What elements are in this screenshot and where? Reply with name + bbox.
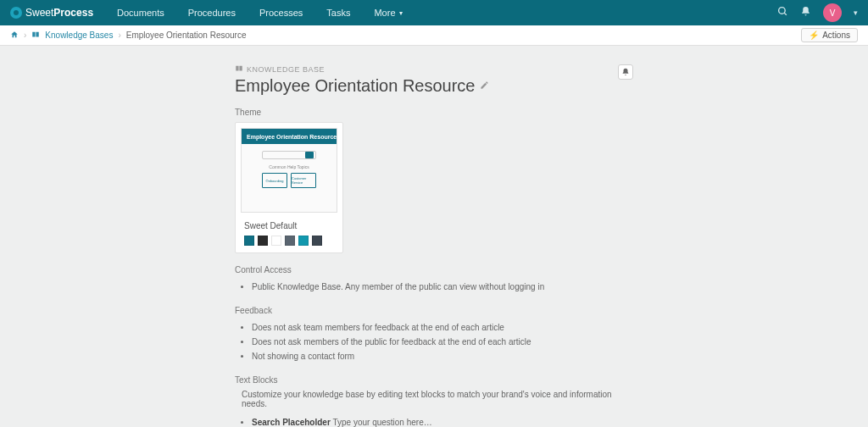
notifications-icon[interactable] xyxy=(800,6,811,19)
breadcrumb-bar: › Knowledge Bases › Employee Orientation… xyxy=(0,25,868,46)
book-icon xyxy=(31,30,40,41)
list-item: Does not ask team members for feedback a… xyxy=(252,320,633,335)
theme-preview: Employee Orientation Resource Common Hel… xyxy=(241,128,337,213)
nav-processes[interactable]: Processes xyxy=(259,8,303,18)
nav-more[interactable]: More▾ xyxy=(374,8,402,18)
theme-card[interactable]: Employee Orientation Resource Common Hel… xyxy=(235,122,343,253)
nav-procedures[interactable]: Procedures xyxy=(188,8,236,18)
list-item: Search Placeholder Type your question he… xyxy=(252,415,633,427)
chevron-down-icon: ▾ xyxy=(399,9,403,17)
breadcrumb-sep: › xyxy=(24,30,26,40)
section-access-label: Control Access xyxy=(235,265,633,274)
list-item: Does not ask members of the public for f… xyxy=(252,335,633,349)
swatch[interactable] xyxy=(244,236,254,246)
preview-heading: Common Help Topics xyxy=(250,164,328,169)
section-feedback-label: Feedback xyxy=(235,306,633,315)
search-icon[interactable] xyxy=(777,6,788,19)
section-theme-label: Theme xyxy=(235,108,633,117)
access-list: Public Knowledge Base. Any member of the… xyxy=(235,280,633,294)
swatch[interactable] xyxy=(271,236,281,246)
nav-tasks[interactable]: Tasks xyxy=(326,8,350,18)
preview-card: Customer Service xyxy=(292,176,315,185)
top-bar: SweetProcess Documents Procedures Proces… xyxy=(0,0,868,25)
swatch[interactable] xyxy=(258,236,268,246)
svg-point-0 xyxy=(779,8,786,14)
logo[interactable]: SweetProcess xyxy=(10,7,93,19)
breadcrumb-current: Employee Orientation Resource xyxy=(126,30,247,40)
main-nav: Documents Procedures Processes Tasks Mor… xyxy=(117,8,402,18)
notification-toggle[interactable] xyxy=(618,64,633,80)
home-icon[interactable] xyxy=(10,30,19,41)
nav-documents[interactable]: Documents xyxy=(117,8,164,18)
bolt-icon: ⚡ xyxy=(809,30,819,40)
breadcrumb-sep: › xyxy=(118,30,120,40)
section-textblocks-label: Text Blocks xyxy=(235,375,633,385)
edit-icon[interactable] xyxy=(480,80,489,92)
swatch[interactable] xyxy=(285,236,295,246)
svg-line-1 xyxy=(784,13,787,15)
logo-text: SweetProcess xyxy=(25,7,93,19)
avatar[interactable]: V xyxy=(823,3,842,22)
color-swatches xyxy=(236,236,342,246)
logo-icon xyxy=(10,7,22,19)
feedback-list: Does not ask team members for feedback a… xyxy=(235,320,633,363)
kb-label: KNOWLEDGE BASE xyxy=(235,64,633,75)
page-title: Employee Orientation Resource xyxy=(235,76,475,96)
main-content: KNOWLEDGE BASE Employee Orientation Reso… xyxy=(235,64,633,427)
breadcrumb: › Knowledge Bases › Employee Orientation… xyxy=(10,30,247,41)
swatch[interactable] xyxy=(312,236,322,246)
list-item: Not showing a contact form xyxy=(252,349,633,363)
actions-button[interactable]: ⚡ Actions xyxy=(801,28,858,42)
textblocks-desc: Customize your knowledge base by editing… xyxy=(235,390,633,408)
theme-name: Sweet Default xyxy=(236,218,342,236)
swatch[interactable] xyxy=(298,236,309,246)
top-icons: V ▾ xyxy=(777,3,858,22)
preview-title: Employee Orientation Resource xyxy=(247,134,337,140)
list-item: Public Knowledge Base. Any member of the… xyxy=(252,280,633,294)
textblocks-list: Search Placeholder Type your question he… xyxy=(235,415,633,427)
preview-card: Onboarding xyxy=(266,179,284,183)
book-icon xyxy=(235,64,243,75)
user-menu-chevron-icon[interactable]: ▾ xyxy=(854,8,858,17)
breadcrumb-knowledge-bases[interactable]: Knowledge Bases xyxy=(45,30,113,40)
preview-search xyxy=(262,151,316,159)
